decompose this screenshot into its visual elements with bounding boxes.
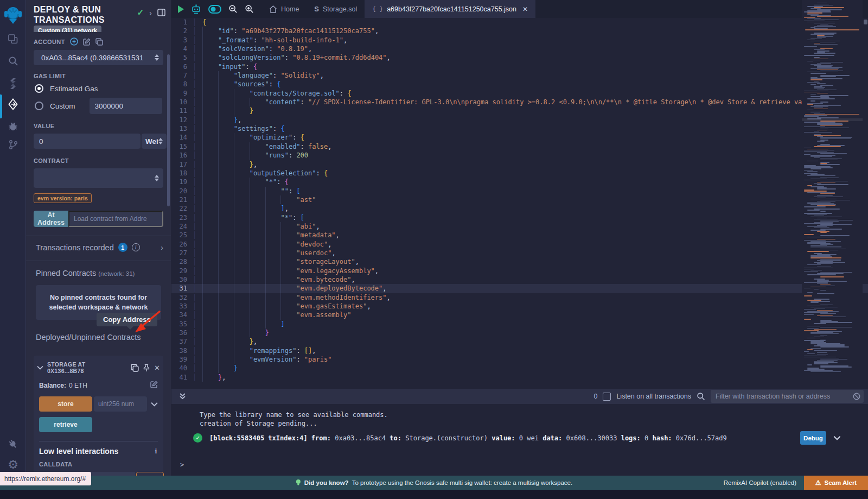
debug-button[interactable]: Debug [800,431,826,445]
code-lines[interactable]: 1{2 "id": "a69b43f277ba20fcac141151250ca… [171,18,868,389]
transactions-info-icon[interactable]: i [132,243,140,251]
terminal-search-icon[interactable] [697,392,705,401]
code-line[interactable]: 25 "metadata", [171,231,868,239]
code-line[interactable]: 31 "evm.deployedBytecode", [171,284,868,293]
custom-gas-radio[interactable] [35,102,43,110]
expand-args-icon[interactable] [151,402,158,407]
listen-checkbox[interactable] [603,393,611,401]
code-line[interactable]: 10 "content": "// SPDX-License-Identifie… [171,98,868,106]
code-line[interactable]: 3 "_format": "hh-sol-build-info-1", [171,36,868,45]
plugin-manager-icon[interactable] [0,433,26,455]
code-line[interactable]: 22 ], [171,204,868,213]
code-line[interactable]: 34 "evm.assembly" [171,311,868,319]
expand-tx-icon[interactable] [833,435,841,440]
edit-account-icon[interactable] [83,38,91,46]
account-stepper[interactable] [155,54,159,61]
store-arg-input[interactable] [94,396,147,412]
at-address-input[interactable] [68,211,163,227]
value-unit-select[interactable]: Wei [142,134,167,149]
code-line[interactable]: 33 "evm.gasEstimates", [171,302,868,311]
code-line[interactable]: 28 "storageLayout", [171,257,868,266]
add-account-icon[interactable] [70,37,78,46]
code-line[interactable]: 11 } [171,106,868,115]
run-script-icon[interactable] [178,5,184,13]
panel-scrollbar[interactable] [167,54,170,206]
contract-select[interactable] [34,168,163,188]
collapse-chevron-icon[interactable] [37,365,43,370]
code-line[interactable]: 27 "userdoc", [171,249,868,257]
code-line[interactable]: 12 }, [171,116,868,124]
scam-alert-button[interactable]: ⚠ Scam Alert [804,476,868,490]
transact-button[interactable]: Transact [136,472,164,476]
pin-contract-icon[interactable] [143,364,150,372]
transactions-expand-icon[interactable]: › [161,243,163,252]
transaction-log-row[interactable]: ✓ [block:5583405 txIndex:4] from: 0xa03.… [193,431,844,445]
code-line[interactable]: 35 ] [171,320,868,329]
code-line[interactable]: 29 "evm.legacyAssembly", [171,267,868,275]
edit-balance-icon[interactable] [150,381,158,388]
estimated-gas-radio[interactable] [35,84,43,93]
code-line[interactable]: 2 "id": "a69b43f277ba20fcac141151250ca75… [171,27,868,35]
code-line[interactable]: 9 "contracts/Storage.sol": { [171,89,868,98]
code-line[interactable]: 32 "evm.methodIdentifiers", [171,293,868,302]
account-select[interactable]: 0xA03...85ac4 (0.39866531531 [34,50,163,65]
code-line[interactable]: 6 "input": { [171,62,868,71]
code-line[interactable]: 17 }, [171,160,868,169]
pin-panel-icon[interactable] [157,9,165,16]
code-line[interactable]: 39 "evmVersion": "paris" [171,355,868,364]
code-line[interactable]: 38 "remappings": [], [171,346,868,355]
code-line[interactable]: 14 "optimizer": { [171,133,868,142]
code-line[interactable]: 36 } [171,329,868,337]
expand-terminal-icon[interactable] [179,393,186,400]
at-address-button[interactable]: At Address [34,211,68,227]
code-line[interactable]: 16 "runs": 200 [171,151,868,160]
editor-scrollbar[interactable] [864,20,867,24]
git-icon[interactable] [0,134,26,155]
deploy-run-icon[interactable] [0,93,26,115]
code-line[interactable]: 30 "evm.bytecode", [171,275,868,284]
ai-robot-icon[interactable] [191,4,201,14]
copy-account-icon[interactable] [95,38,103,46]
close-tab-icon[interactable]: ✕ [522,5,528,13]
code-line[interactable]: 5 "solcLongVersion": "0.8.19+commit.7dd6… [171,53,868,62]
code-line[interactable]: 13 "settings": { [171,124,868,133]
clear-filter-icon[interactable] [853,393,860,400]
tab-build-info-json[interactable]: { } a69b43f277ba20fcac141151250ca755.jso… [365,0,535,18]
code-line[interactable]: 1{ [171,18,868,27]
copy-address-icon[interactable] [131,364,139,372]
minimap[interactable] [802,0,863,389]
code-line[interactable]: 18 "outputSelection": { [171,169,868,178]
code-line[interactable]: 37 }, [171,337,868,346]
copilot-status[interactable]: RemixAI Copilot (enabled) [724,479,796,486]
code-line[interactable]: 15 "enabled": false, [171,142,868,151]
close-contract-icon[interactable]: ✕ [154,364,160,372]
panel-chevron-right-icon[interactable]: › [149,8,152,17]
store-function-button[interactable]: store [39,396,92,412]
code-line[interactable]: 41 }, [171,373,868,382]
search-icon[interactable] [0,50,26,72]
code-line[interactable]: 24 "abi", [171,222,868,231]
retrieve-function-button[interactable]: retrieve [39,417,92,432]
solidity-compiler-icon[interactable] [0,73,26,94]
terminal-prompt[interactable]: > [180,461,184,469]
code-line[interactable]: 20 "": [ [171,187,868,195]
code-line[interactable]: 26 "devdoc", [171,240,868,249]
code-line[interactable]: 8 "sources": { [171,80,868,89]
tab-home[interactable]: Home [261,0,307,18]
copilot-toggle-icon[interactable] [208,5,221,14]
code-line[interactable]: 21 "ast" [171,195,868,204]
zoom-out-icon[interactable] [228,4,238,14]
code-line[interactable]: 23 "*": [ [171,213,868,222]
low-level-info-icon[interactable]: i [155,447,157,456]
code-line[interactable]: 19 "*": { [171,178,868,186]
code-line[interactable]: 7 "language": "Solidity", [171,71,868,80]
zoom-in-icon[interactable] [245,4,254,14]
code-line[interactable]: 40 } [171,364,868,372]
transaction-filter-input[interactable] [711,390,864,403]
tab-storage-sol[interactable]: S Storage.sol [307,0,365,18]
value-input[interactable] [34,134,141,149]
remix-logo-icon[interactable] [0,3,26,27]
file-explorer-icon[interactable] [0,28,26,50]
code-line[interactable]: 4 "solcVersion": "0.8.19", [171,45,868,53]
custom-gas-input[interactable] [90,98,162,114]
